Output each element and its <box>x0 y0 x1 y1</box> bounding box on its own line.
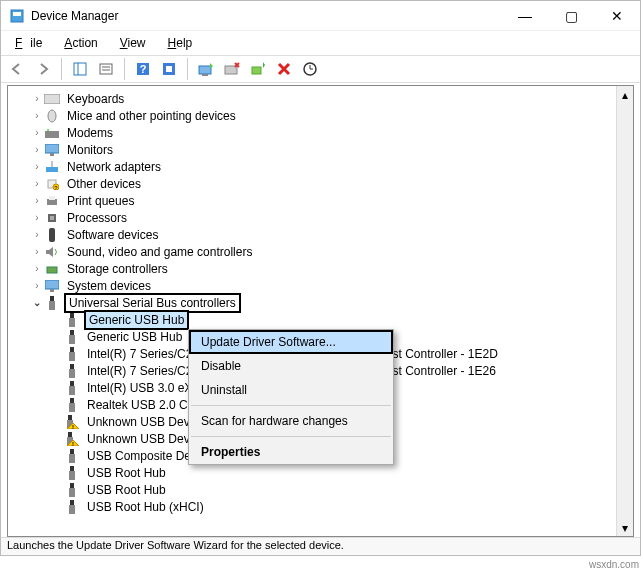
menu-action[interactable]: Action <box>60 34 101 52</box>
properties-button[interactable] <box>94 58 118 80</box>
help-toolbar-button[interactable]: ? <box>131 58 155 80</box>
cpu-icon <box>44 210 60 226</box>
svg-point-19 <box>47 129 49 131</box>
scan-hardware-button[interactable] <box>298 58 322 80</box>
scroll-down-icon[interactable]: ▾ <box>617 519 633 536</box>
toolbar: ? <box>1 55 640 83</box>
window-title: Device Manager <box>31 9 502 23</box>
svg-rect-1 <box>13 12 21 16</box>
svg-rect-33 <box>45 280 59 289</box>
svg-rect-31 <box>49 228 55 242</box>
ctx-separator <box>191 405 391 406</box>
svg-rect-57 <box>70 466 74 471</box>
device-usb-root-hub-xhci[interactable]: USB Root Hub (xHCI) <box>10 498 631 515</box>
svg-rect-62 <box>69 505 75 514</box>
svg-rect-58 <box>69 471 75 480</box>
close-button[interactable]: ✕ <box>594 1 640 31</box>
system-icon <box>44 278 60 294</box>
device-tree-pane: ▴ ▾ Keyboards Mice and other pointing de… <box>7 85 634 537</box>
ctx-uninstall[interactable]: Uninstall <box>189 378 393 402</box>
usb-device-icon <box>64 465 80 481</box>
usb-warning-icon: ! <box>64 414 80 430</box>
device-generic-usb-hub-1[interactable]: Generic USB Hub <box>10 311 631 328</box>
svg-rect-48 <box>69 403 75 412</box>
ctx-scan[interactable]: Scan for hardware changes <box>189 409 393 433</box>
svg-rect-14 <box>252 67 261 74</box>
other-icon: ? <box>44 176 60 192</box>
delete-icon[interactable] <box>272 58 296 80</box>
menu-view[interactable]: View <box>116 34 150 52</box>
svg-rect-45 <box>70 381 74 386</box>
svg-rect-22 <box>46 167 58 172</box>
svg-rect-59 <box>70 483 74 488</box>
category-usb[interactable]: Universal Serial Bus controllers <box>10 294 631 311</box>
svg-rect-30 <box>50 216 54 220</box>
options-button[interactable] <box>157 58 181 80</box>
usb-device-icon <box>64 329 80 345</box>
printer-icon <box>44 193 60 209</box>
svg-rect-41 <box>70 347 74 352</box>
app-icon <box>9 8 25 24</box>
monitor-icon <box>44 142 60 158</box>
usb-device-icon <box>64 448 80 464</box>
back-button[interactable] <box>5 58 29 80</box>
storage-icon <box>44 261 60 277</box>
status-bar: Launches the Update Driver Software Wiza… <box>1 537 640 555</box>
svg-rect-10 <box>166 66 172 72</box>
minimize-button[interactable]: — <box>502 1 548 31</box>
menubar: File Action View Help <box>1 31 640 55</box>
svg-rect-34 <box>50 289 54 292</box>
device-usb-root-hub-2[interactable]: USB Root Hub <box>10 481 631 498</box>
svg-text:!: ! <box>72 423 74 429</box>
svg-rect-61 <box>70 500 74 505</box>
category-software[interactable]: Software devices <box>10 226 631 243</box>
svg-rect-36 <box>49 301 55 310</box>
modem-icon <box>44 125 60 141</box>
ctx-disable[interactable]: Disable <box>189 354 393 378</box>
usb-device-icon <box>64 363 80 379</box>
usb-warning-icon: ! <box>64 431 80 447</box>
category-mice[interactable]: Mice and other pointing devices <box>10 107 631 124</box>
svg-rect-37 <box>70 313 74 318</box>
category-monitors[interactable]: Monitors <box>10 141 631 158</box>
svg-point-17 <box>48 110 56 122</box>
category-modems[interactable]: Modems <box>10 124 631 141</box>
category-processors[interactable]: Processors <box>10 209 631 226</box>
usb-device-icon <box>64 380 80 396</box>
svg-rect-18 <box>45 131 59 138</box>
category-network[interactable]: Network adapters <box>10 158 631 175</box>
context-menu: Update Driver Software... Disable Uninst… <box>188 329 394 465</box>
mouse-icon <box>44 108 60 124</box>
usb-device-icon <box>64 397 80 413</box>
svg-rect-43 <box>70 364 74 369</box>
category-system[interactable]: System devices <box>10 277 631 294</box>
svg-rect-32 <box>47 267 57 273</box>
software-icon <box>44 227 60 243</box>
category-sound[interactable]: Sound, video and game controllers <box>10 243 631 260</box>
device-usb-root-hub-1[interactable]: USB Root Hub <box>10 464 631 481</box>
svg-rect-20 <box>45 144 59 153</box>
maximize-button[interactable]: ▢ <box>548 1 594 31</box>
show-hide-tree-button[interactable] <box>68 58 92 80</box>
forward-button[interactable] <box>31 58 55 80</box>
ctx-update-driver[interactable]: Update Driver Software... <box>189 330 393 354</box>
category-other[interactable]: ?Other devices <box>10 175 631 192</box>
update-driver-button[interactable] <box>194 58 218 80</box>
usb-device-icon <box>64 499 80 515</box>
category-storage[interactable]: Storage controllers <box>10 260 631 277</box>
svg-rect-44 <box>69 369 75 378</box>
category-print[interactable]: Print queues <box>10 192 631 209</box>
svg-rect-56 <box>69 454 75 463</box>
svg-rect-12 <box>202 74 208 76</box>
svg-rect-35 <box>50 296 54 301</box>
svg-rect-40 <box>69 335 75 344</box>
uninstall-button[interactable] <box>246 58 270 80</box>
svg-rect-38 <box>69 318 75 327</box>
category-keyboards[interactable]: Keyboards <box>10 90 631 107</box>
disable-button[interactable] <box>220 58 244 80</box>
svg-rect-21 <box>50 153 54 156</box>
ctx-properties[interactable]: Properties <box>189 440 393 464</box>
sound-icon <box>44 244 60 260</box>
menu-file[interactable]: File <box>11 34 46 52</box>
menu-help[interactable]: Help <box>164 34 197 52</box>
